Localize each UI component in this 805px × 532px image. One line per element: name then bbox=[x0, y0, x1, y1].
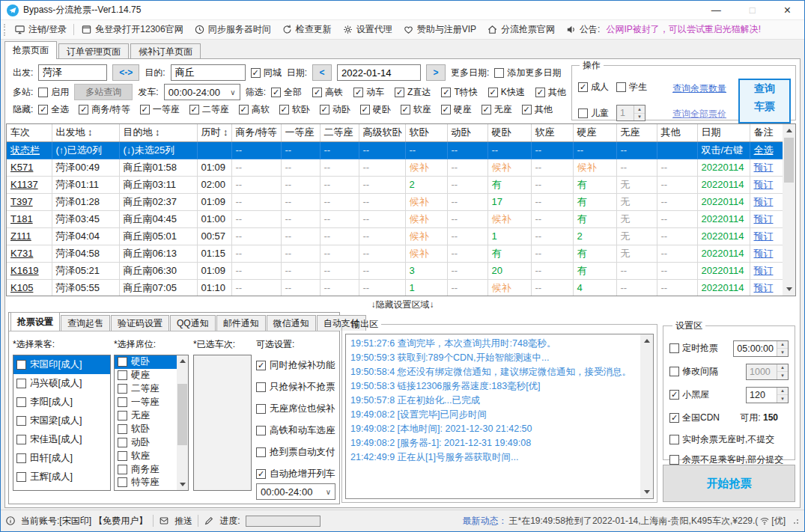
child-count-stepper[interactable]: 1▴▾ bbox=[616, 105, 645, 121]
hide-settings-divider[interactable]: ↓隐藏设置区域↓ bbox=[5, 299, 800, 311]
hide-checkbox[interactable]: ✓其他 bbox=[522, 103, 553, 116]
seat-item[interactable]: 动卧 bbox=[115, 435, 177, 449]
passenger-item[interactable]: 宋国印[成人] bbox=[13, 355, 110, 374]
spin-down-icon[interactable]: ▾ bbox=[777, 372, 788, 379]
column-header[interactable]: 高级软卧 bbox=[359, 124, 405, 141]
filter-checkbox[interactable]: ✓动车 bbox=[353, 86, 384, 99]
book-link[interactable]: 预订 bbox=[750, 227, 783, 245]
official-site-button[interactable]: 分流抢票官网 bbox=[482, 21, 560, 39]
scroll-down-icon[interactable] bbox=[177, 479, 188, 490]
scroll-up-icon[interactable] bbox=[783, 124, 795, 137]
table-scrollbar[interactable] bbox=[783, 124, 795, 296]
output-log[interactable]: 19:51:27:6 查询完毕，本次查询共用时:748毫秒。19:50:59:3… bbox=[345, 334, 654, 499]
train-row[interactable]: T181菏泽03:45商丘南04:4501:00--------候补--候补--… bbox=[7, 210, 783, 227]
column-header[interactable]: 车次 bbox=[7, 124, 52, 141]
book-link[interactable]: 预订 bbox=[750, 176, 783, 193]
tab-captcha-settings[interactable]: 验证码设置 bbox=[111, 315, 169, 331]
depart-input[interactable] bbox=[38, 64, 107, 81]
next-date-button[interactable]: > bbox=[426, 64, 446, 81]
passenger-item[interactable]: 李阳[成人] bbox=[13, 393, 110, 412]
spin-down-icon[interactable]: ▾ bbox=[634, 114, 645, 121]
open-12306-button[interactable]: 免登录打开12306官网 bbox=[76, 21, 188, 39]
train-row[interactable]: Z111菏泽04:04商丘南05:0100:57--------候补--1--2… bbox=[7, 227, 783, 245]
seat-item[interactable]: 二等座 bbox=[115, 382, 177, 396]
column-header[interactable]: 目的地 ↕ bbox=[119, 124, 197, 141]
filter-checkbox[interactable]: ✓全部 bbox=[271, 86, 302, 99]
passenger-item[interactable]: 冯兴硕[成人] bbox=[13, 374, 110, 393]
main-tab-order-manage[interactable]: 订单管理页面 bbox=[58, 43, 129, 59]
column-header[interactable]: 商务/特等 bbox=[231, 124, 281, 141]
train-link[interactable]: T181 bbox=[7, 210, 52, 227]
tab-query-onsale[interactable]: 查询起售 bbox=[61, 315, 110, 331]
prev-date-button[interactable]: < bbox=[312, 64, 332, 81]
scheduled-grab-stepper[interactable]: 05:00:00▴▾ bbox=[733, 340, 789, 357]
adult-checkbox[interactable]: ✓成人 bbox=[578, 81, 609, 94]
hide-checkbox[interactable]: ✓动卧 bbox=[320, 103, 350, 116]
main-tab-waitlist-orders[interactable]: 候补订单页面 bbox=[130, 43, 201, 59]
train-link[interactable]: K731 bbox=[7, 245, 52, 262]
filter-checkbox[interactable]: ✓T特快 bbox=[441, 86, 477, 99]
column-header[interactable]: 无座 bbox=[616, 124, 657, 141]
cdn-checkbox[interactable]: ✓全国CDN bbox=[669, 412, 720, 424]
swap-stations-button[interactable]: <-> bbox=[112, 64, 139, 81]
column-header[interactable]: 其他 bbox=[657, 124, 697, 141]
query-all-prices-link[interactable]: 查询全部票价 bbox=[672, 108, 726, 120]
hide-checkbox[interactable]: ✓无座 bbox=[482, 103, 512, 116]
train-row[interactable]: K571菏泽00:49商丘南01:5801:09--------候补--候补--… bbox=[7, 159, 783, 176]
seat-item[interactable]: 软座 bbox=[115, 449, 177, 462]
blacklist-room-checkbox[interactable]: ✓小黑屋 bbox=[669, 388, 709, 401]
scheduled-grab-checkbox[interactable]: 定时抢票 bbox=[669, 342, 718, 355]
column-header[interactable]: 一等座 bbox=[281, 124, 320, 141]
train-link[interactable]: K105 bbox=[7, 279, 52, 296]
seat-scrollbar[interactable] bbox=[177, 355, 188, 490]
spin-down-icon[interactable]: ▾ bbox=[777, 349, 788, 356]
column-header[interactable]: 硬座 bbox=[573, 124, 616, 141]
sponsor-vip-button[interactable]: 赞助与注册VIP bbox=[398, 21, 482, 39]
passenger-item[interactable]: 王辉[成人] bbox=[13, 468, 110, 486]
train-row[interactable]: K1619菏泽05:21商丘南06:3001:09--------3--20--… bbox=[7, 262, 783, 279]
scroll-up-icon[interactable] bbox=[177, 355, 188, 367]
scroll-down-icon[interactable] bbox=[783, 283, 795, 296]
resize-grip[interactable] bbox=[791, 516, 800, 525]
column-header[interactable]: 软座 bbox=[531, 124, 573, 141]
maximize-button[interactable]: □ bbox=[750, 5, 756, 15]
hide-checkbox[interactable]: ✓商务/特等 bbox=[79, 103, 130, 116]
modify-interval-checkbox[interactable]: 修改间隔 bbox=[669, 365, 718, 378]
seat-item[interactable]: 硬卧 bbox=[115, 355, 177, 369]
seat-item[interactable]: 软卧 bbox=[115, 422, 177, 435]
hide-checkbox[interactable]: ✓二等座 bbox=[189, 103, 229, 116]
book-link[interactable]: 预订 bbox=[750, 210, 783, 227]
spin-up-icon[interactable]: ▴ bbox=[777, 341, 788, 349]
passenger-item[interactable]: 田轩[成人] bbox=[13, 449, 110, 468]
column-header[interactable]: 二等座 bbox=[320, 124, 359, 141]
column-header[interactable]: 动卧 bbox=[447, 124, 487, 141]
optional-checkbox[interactable]: ✓自动抢增开列车 bbox=[256, 463, 338, 485]
filter-checkbox[interactable]: ✓高铁 bbox=[312, 86, 343, 99]
blacklist-room-stepper[interactable]: 120▴▾ bbox=[746, 387, 789, 403]
filter-checkbox[interactable]: ✓Z直达 bbox=[395, 86, 431, 99]
modify-interval-stepper[interactable]: 1000▴▾ bbox=[746, 364, 789, 380]
spin-down-icon[interactable]: ▾ bbox=[777, 395, 788, 403]
column-header[interactable]: 硬卧 bbox=[487, 124, 531, 141]
date-input[interactable] bbox=[337, 64, 421, 81]
train-link[interactable]: T397 bbox=[7, 193, 52, 210]
selected-trains-listbox[interactable] bbox=[193, 355, 252, 491]
tab-qq-notify[interactable]: QQ通知 bbox=[170, 315, 216, 331]
depart-time-select[interactable]: 00:00-24:00∨ bbox=[164, 84, 240, 100]
filter-checkbox[interactable]: ✓K快速 bbox=[488, 86, 525, 99]
hide-checkbox[interactable]: ✓全选 bbox=[38, 103, 69, 116]
add-more-dates-checkbox[interactable]: 添加更多日期 bbox=[494, 67, 561, 79]
spin-up-icon[interactable]: ▴ bbox=[634, 106, 645, 114]
seat-item[interactable]: 硬座 bbox=[115, 369, 177, 382]
optional-checkbox[interactable]: 无座席位也候补 bbox=[256, 398, 338, 420]
status-cell[interactable]: 状态栏 bbox=[7, 141, 52, 159]
hide-checkbox[interactable]: ✓一等座 bbox=[140, 103, 180, 116]
logout-login-button[interactable]: 注销/登录 bbox=[9, 21, 72, 39]
train-link[interactable]: K1137 bbox=[7, 176, 52, 193]
hide-checkbox[interactable]: ✓软卧 bbox=[279, 103, 310, 116]
column-header[interactable]: 软卧 bbox=[405, 124, 447, 141]
passenger-item[interactable]: 宋国梁[成人] bbox=[13, 412, 110, 430]
toolbar-grip[interactable] bbox=[4, 24, 7, 36]
spin-up-icon[interactable]: ▴ bbox=[777, 388, 788, 396]
announcement-label[interactable]: 公告: bbox=[560, 21, 605, 39]
